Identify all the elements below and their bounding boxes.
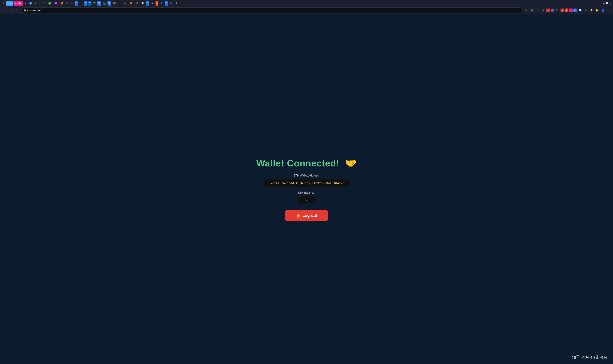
code-button[interactable]: {} <box>541 8 545 13</box>
tab-ext-tp3[interactable]: TP <box>88 1 92 6</box>
lock-icon: 🔒 <box>24 9 26 12</box>
tab-ext-tp1[interactable]: TP <box>75 1 78 6</box>
back-button[interactable]: ← <box>2 8 7 13</box>
tab-ext-d[interactable]: D <box>42 1 47 6</box>
tab-ext-tp7[interactable]: TP <box>164 1 168 6</box>
new-tab-button[interactable]: + <box>174 1 179 6</box>
tab-ext-v[interactable]: V <box>23 1 27 6</box>
tab-ext-tp2[interactable]: TP <box>84 1 88 6</box>
ext-purple[interactable]: ○ <box>551 9 554 12</box>
tab-learn[interactable]: learn <box>6 1 14 6</box>
logout-label: Log out <box>302 213 317 218</box>
logout-button[interactable]: 🔒 Log out <box>285 210 328 221</box>
tab-ext-tp5[interactable]: TP <box>108 1 111 6</box>
wallet-card: Wallet Connected! 🤝 ETH Wallet Address: … <box>256 158 357 221</box>
favorites2-button[interactable]: ⭐ <box>589 8 594 13</box>
tab-ext-x[interactable]: ✕ <box>169 1 174 6</box>
tab-learn-label: learn <box>7 2 12 4</box>
favorites-button[interactable]: ☆ <box>535 8 540 13</box>
page-content: Wallet Connected! 🤝 ETH Wallet Address: … <box>0 14 613 364</box>
forward-button[interactable]: → <box>9 8 14 13</box>
tab-ext-yt[interactable]: ▶ <box>70 1 74 6</box>
ext-shield[interactable]: 🛡 <box>555 8 560 13</box>
browser-chrome: ⊙ learn mcake V G L L D G 🦊 ⊞ ▶ TP ⋯ TP … <box>0 0 613 14</box>
logout-icon: 🔒 <box>296 213 301 218</box>
tab-ext-cam[interactable]: 📷 <box>101 1 107 6</box>
wallet-title-emoji: 🤝 <box>345 158 357 168</box>
ext-red[interactable]: ● <box>546 9 550 12</box>
tab-ext-l2[interactable]: L <box>38 1 42 6</box>
eth-address-value: 0x6fb102a2dadd745163ac519fe9fa9d0af0184b… <box>263 179 350 187</box>
eth-balance-value: 0 <box>297 196 316 203</box>
address-bar[interactable]: 🔒 localhost:3000 <box>21 7 522 13</box>
url-text: localhost:3000 <box>27 9 42 12</box>
tab-ext-dots[interactable]: ⋯ <box>79 1 83 6</box>
window-controls: — ⬜ ✕ <box>603 2 612 4</box>
eth-balance-label: ETH Balance: <box>298 191 315 195</box>
tab-ext-dots2[interactable]: ⋯ <box>118 1 123 6</box>
tab-ext-l1[interactable]: L <box>34 1 38 6</box>
tab-ext-pic[interactable]: 🖼 <box>92 1 97 6</box>
watermark: 知乎 @Allen艾佛森 <box>572 355 607 360</box>
tab-ext-dot[interactable] <box>53 1 58 6</box>
tab-ext-g2[interactable]: G <box>47 1 53 6</box>
tab-ext-list[interactable]: 📋 <box>140 1 145 6</box>
tab-bar: ⊙ learn mcake V G L L D G 🦊 ⊞ ▶ TP ⋯ TP … <box>0 0 613 6</box>
tab-ext-fox2[interactable]: 🦊 <box>128 1 134 6</box>
wallet-title: Wallet Connected! 🤝 <box>256 158 357 169</box>
more-button[interactable]: ⋯ <box>606 8 611 13</box>
eth-address-label: ETH Wallet Address: <box>293 174 319 177</box>
tab-ext-person[interactable]: 👤 <box>159 1 164 6</box>
tab-ext-fox[interactable]: 🦊 <box>59 1 65 6</box>
reload-button[interactable]: ↻ <box>15 8 20 13</box>
browser-tools: ⊞ 🔊 ☆ {} ● ○ 🛡 ■ R S TP 📖 ⊟ ⭐ 📁 👤 ⋯ <box>524 8 611 13</box>
collections-button[interactable]: 📁 <box>595 8 599 13</box>
tab-ext-lock[interactable]: 🔒 <box>150 1 155 6</box>
tab-mcake-label: mcake <box>15 2 21 4</box>
tab-profile-icon[interactable]: ⊙ <box>1 1 6 6</box>
tab-ext-ms[interactable]: ⊞ <box>65 1 69 6</box>
tab-ext-tp4[interactable]: TP <box>97 1 101 6</box>
tab-ext-game[interactable]: 🎮 <box>134 1 140 6</box>
minimize-button[interactable]: — <box>603 2 605 4</box>
ext-tp8[interactable]: TP <box>573 9 577 12</box>
wallet-title-text: Wallet Connected! <box>256 158 340 168</box>
close-button[interactable]: ✕ <box>609 2 612 4</box>
ext-sa[interactable]: S <box>569 9 572 12</box>
tab-mcake[interactable]: mcake <box>14 1 23 6</box>
watermark-text: 知乎 @Allen艾佛森 <box>572 355 607 359</box>
read-aloud-button[interactable]: 🔊 <box>529 8 534 13</box>
profile-button[interactable]: 👤 <box>600 8 605 13</box>
tab-ext-g[interactable]: G <box>28 1 34 6</box>
ext-red2[interactable]: ■ <box>560 9 564 12</box>
ext-r2[interactable]: R <box>565 9 568 12</box>
maximize-button[interactable]: ⬜ <box>606 2 608 4</box>
reader-view-button[interactable]: 📖 <box>577 8 583 13</box>
tab-ext-tp6[interactable]: TP <box>146 1 150 6</box>
address-bar-row: ← → ↻ 🔒 localhost:3000 ⊞ 🔊 ☆ {} ● ○ 🛡 ■ … <box>0 6 613 14</box>
split-view-button[interactable]: ⊞ <box>524 8 529 13</box>
split-button[interactable]: ⊟ <box>583 8 588 13</box>
tab-ext-gear[interactable]: ⚙ <box>123 1 128 6</box>
tab-ext-bear[interactable]: 🐻 <box>111 1 117 6</box>
tab-ext-r[interactable]: R <box>156 1 158 6</box>
